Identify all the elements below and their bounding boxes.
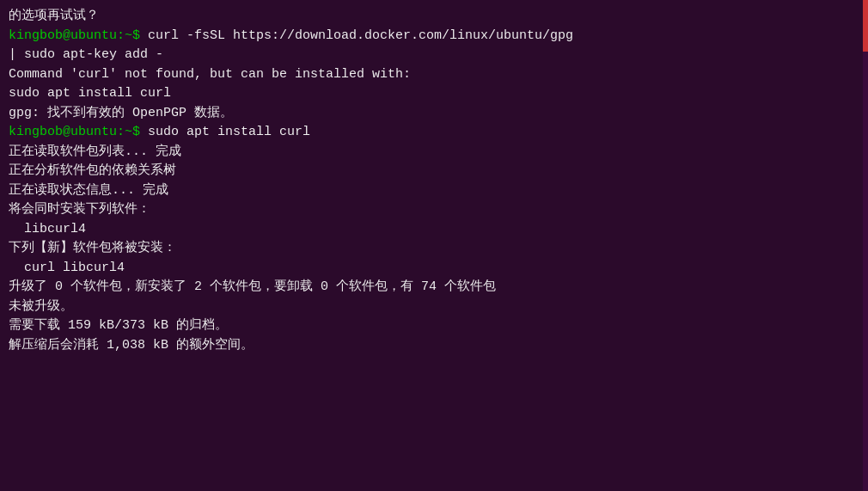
terminal-line: kingbob@ubuntu:~$ curl -fsSL https://dow… (9, 27, 859, 46)
terminal-text: 将会同时安装下列软件： (9, 202, 150, 217)
terminal-text: 正在读取状态信息... 完成 (9, 183, 168, 198)
terminal-text: 未被升级。 (9, 299, 73, 314)
terminal-text: 解压缩后会消耗 1,038 kB 的额外空间。 (9, 338, 254, 353)
terminal-text: curl libcurl4 (9, 261, 125, 275)
terminal-line: 需要下载 159 kB/373 kB 的归档。 (9, 316, 859, 336)
terminal-text: Command 'curl' not found, but can be ins… (9, 67, 411, 82)
terminal-text: sudo apt install curl (148, 125, 310, 139)
terminal-text: kingbob@ubuntu:~$ (9, 125, 148, 139)
terminal-line: 正在分析软件包的依赖关系树 (9, 162, 859, 181)
terminal-line: 正在读取状态信息... 完成 (9, 181, 859, 201)
terminal-line: gpg: 找不到有效的 OpenPGP 数据。 (9, 104, 859, 124)
terminal-line: 解压缩后会消耗 1,038 kB 的额外空间。 (9, 336, 859, 356)
terminal-text: 升级了 0 个软件包，新安装了 2 个软件包，要卸载 0 个软件包，有 74 个… (9, 279, 496, 294)
terminal-line: | sudo apt-key add - (9, 46, 859, 65)
terminal-line: libcurl4 (9, 220, 859, 240)
scrollbar[interactable] (863, 0, 868, 491)
terminal-text: curl -fsSL https://download.docker.com/l… (148, 28, 573, 43)
terminal-text: gpg: 找不到有效的 OpenPGP 数据。 (9, 106, 233, 120)
terminal-text: libcurl4 (9, 222, 86, 236)
terminal-text: | sudo apt-key add - (9, 47, 163, 62)
terminal-text: kingbob@ubuntu:~$ (9, 28, 148, 43)
terminal-text: 的选项再试试？ (9, 9, 99, 23)
terminal-line: 正在读取软件包列表... 完成 (9, 143, 859, 163)
terminal-text: sudo apt install curl (9, 86, 171, 101)
terminal-text: 需要下载 159 kB/373 kB 的归档。 (9, 318, 228, 333)
terminal-content: 的选项再试试？kingbob@ubuntu:~$ curl -fsSL http… (9, 7, 859, 355)
terminal-line: 未被升级。 (9, 298, 859, 317)
scrollbar-thumb[interactable] (863, 0, 868, 52)
terminal-line: curl libcurl4 (9, 259, 859, 279)
terminal-line: sudo apt install curl (9, 84, 859, 104)
terminal-text: 正在分析软件包的依赖关系树 (9, 163, 176, 178)
terminal-line: 升级了 0 个软件包，新安装了 2 个软件包，要卸载 0 个软件包，有 74 个… (9, 278, 859, 298)
terminal-line: 的选项再试试？ (9, 7, 859, 27)
terminal-line: kingbob@ubuntu:~$ sudo apt install curl (9, 123, 859, 143)
terminal-line: 下列【新】软件包将被安装： (9, 239, 859, 259)
terminal-line: 将会同时安装下列软件： (9, 200, 859, 220)
terminal-line: Command 'curl' not found, but can be ins… (9, 65, 859, 85)
terminal-text: 正在读取软件包列表... 完成 (9, 144, 181, 159)
terminal-text: 下列【新】软件包将被安装： (9, 241, 176, 255)
terminal-window[interactable]: 的选项再试试？kingbob@ubuntu:~$ curl -fsSL http… (0, 0, 868, 491)
